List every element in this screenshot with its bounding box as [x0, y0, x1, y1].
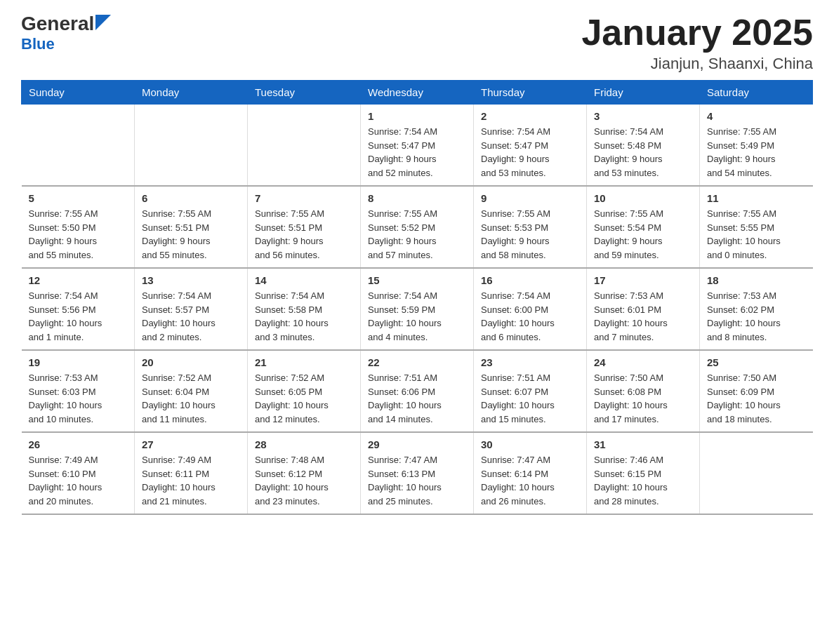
day-number: 11	[707, 192, 806, 204]
day-number: 22	[368, 356, 466, 368]
calendar-title: January 2025	[581, 14, 813, 51]
calendar-cell: 8Sunrise: 7:55 AM Sunset: 5:52 PM Daylig…	[361, 186, 474, 268]
day-number: 24	[594, 356, 692, 368]
day-info: Sunrise: 7:47 AM Sunset: 6:13 PM Dayligh…	[368, 453, 466, 508]
header-saturday: Saturday	[700, 81, 813, 105]
logo-blue: Blue	[21, 35, 55, 53]
day-info: Sunrise: 7:55 AM Sunset: 5:51 PM Dayligh…	[255, 207, 353, 262]
day-info: Sunrise: 7:55 AM Sunset: 5:53 PM Dayligh…	[481, 207, 579, 262]
calendar-cell	[135, 105, 248, 187]
day-info: Sunrise: 7:50 AM Sunset: 6:08 PM Dayligh…	[594, 371, 692, 426]
day-number: 1	[368, 110, 466, 122]
calendar-cell: 22Sunrise: 7:51 AM Sunset: 6:06 PM Dayli…	[361, 350, 474, 432]
calendar-cell: 7Sunrise: 7:55 AM Sunset: 5:51 PM Daylig…	[248, 186, 361, 268]
day-info: Sunrise: 7:54 AM Sunset: 5:47 PM Dayligh…	[368, 125, 466, 180]
day-number: 3	[594, 110, 692, 122]
logo: General Blue	[21, 14, 111, 53]
day-number: 30	[481, 438, 579, 450]
day-info: Sunrise: 7:55 AM Sunset: 5:52 PM Dayligh…	[368, 207, 466, 262]
calendar-cell: 28Sunrise: 7:48 AM Sunset: 6:12 PM Dayli…	[248, 432, 361, 514]
day-info: Sunrise: 7:54 AM Sunset: 5:59 PM Dayligh…	[368, 289, 466, 344]
calendar-cell: 3Sunrise: 7:54 AM Sunset: 5:48 PM Daylig…	[587, 105, 700, 187]
day-number: 29	[368, 438, 466, 450]
day-number: 28	[255, 438, 353, 450]
calendar-cell: 11Sunrise: 7:55 AM Sunset: 5:55 PM Dayli…	[700, 186, 813, 268]
calendar-cell: 9Sunrise: 7:55 AM Sunset: 5:53 PM Daylig…	[474, 186, 587, 268]
day-number: 5	[29, 192, 128, 204]
day-info: Sunrise: 7:55 AM Sunset: 5:49 PM Dayligh…	[707, 125, 806, 180]
week-row-4: 19Sunrise: 7:53 AM Sunset: 6:03 PM Dayli…	[22, 350, 813, 432]
header-sunday: Sunday	[22, 81, 135, 105]
day-number: 9	[481, 192, 579, 204]
week-row-5: 26Sunrise: 7:49 AM Sunset: 6:10 PM Dayli…	[22, 432, 813, 514]
calendar-cell: 30Sunrise: 7:47 AM Sunset: 6:14 PM Dayli…	[474, 432, 587, 514]
calendar-cell	[700, 432, 813, 514]
day-info: Sunrise: 7:54 AM Sunset: 5:56 PM Dayligh…	[29, 289, 128, 344]
day-info: Sunrise: 7:49 AM Sunset: 6:11 PM Dayligh…	[142, 453, 240, 508]
day-info: Sunrise: 7:54 AM Sunset: 5:47 PM Dayligh…	[481, 125, 579, 180]
header-tuesday: Tuesday	[248, 81, 361, 105]
logo-name: General	[21, 14, 94, 34]
day-info: Sunrise: 7:55 AM Sunset: 5:54 PM Dayligh…	[594, 207, 692, 262]
calendar-cell: 13Sunrise: 7:54 AM Sunset: 5:57 PM Dayli…	[135, 268, 248, 350]
calendar-header-row: SundayMondayTuesdayWednesdayThursdayFrid…	[22, 81, 813, 105]
day-info: Sunrise: 7:53 AM Sunset: 6:01 PM Dayligh…	[594, 289, 692, 344]
day-number: 25	[707, 356, 806, 368]
calendar-cell: 6Sunrise: 7:55 AM Sunset: 5:51 PM Daylig…	[135, 186, 248, 268]
day-info: Sunrise: 7:55 AM Sunset: 5:55 PM Dayligh…	[707, 207, 806, 262]
calendar-cell: 4Sunrise: 7:55 AM Sunset: 5:49 PM Daylig…	[700, 105, 813, 187]
day-number: 6	[142, 192, 240, 204]
calendar-cell: 23Sunrise: 7:51 AM Sunset: 6:07 PM Dayli…	[474, 350, 587, 432]
day-info: Sunrise: 7:54 AM Sunset: 5:48 PM Dayligh…	[594, 125, 692, 180]
day-number: 4	[707, 110, 806, 122]
calendar-cell: 10Sunrise: 7:55 AM Sunset: 5:54 PM Dayli…	[587, 186, 700, 268]
day-info: Sunrise: 7:53 AM Sunset: 6:02 PM Dayligh…	[707, 289, 806, 344]
calendar-cell: 16Sunrise: 7:54 AM Sunset: 6:00 PM Dayli…	[474, 268, 587, 350]
calendar-cell: 14Sunrise: 7:54 AM Sunset: 5:58 PM Dayli…	[248, 268, 361, 350]
day-number: 13	[142, 274, 240, 286]
day-info: Sunrise: 7:54 AM Sunset: 6:00 PM Dayligh…	[481, 289, 579, 344]
calendar-cell: 2Sunrise: 7:54 AM Sunset: 5:47 PM Daylig…	[474, 105, 587, 187]
calendar-cell: 25Sunrise: 7:50 AM Sunset: 6:09 PM Dayli…	[700, 350, 813, 432]
logo-triangle-icon	[95, 15, 111, 30]
calendar-cell: 24Sunrise: 7:50 AM Sunset: 6:08 PM Dayli…	[587, 350, 700, 432]
day-number: 31	[594, 438, 692, 450]
day-info: Sunrise: 7:50 AM Sunset: 6:09 PM Dayligh…	[707, 371, 806, 426]
week-row-3: 12Sunrise: 7:54 AM Sunset: 5:56 PM Dayli…	[22, 268, 813, 350]
day-number: 17	[594, 274, 692, 286]
week-row-1: 1Sunrise: 7:54 AM Sunset: 5:47 PM Daylig…	[22, 105, 813, 187]
svg-marker-0	[95, 15, 111, 30]
day-number: 7	[255, 192, 353, 204]
day-info: Sunrise: 7:54 AM Sunset: 5:57 PM Dayligh…	[142, 289, 240, 344]
page-header: General Blue January 2025 Jianjun, Shaan…	[21, 14, 813, 73]
calendar-cell: 5Sunrise: 7:55 AM Sunset: 5:50 PM Daylig…	[22, 186, 135, 268]
day-info: Sunrise: 7:46 AM Sunset: 6:15 PM Dayligh…	[594, 453, 692, 508]
day-info: Sunrise: 7:51 AM Sunset: 6:06 PM Dayligh…	[368, 371, 466, 426]
day-number: 21	[255, 356, 353, 368]
day-info: Sunrise: 7:53 AM Sunset: 6:03 PM Dayligh…	[29, 371, 128, 426]
day-info: Sunrise: 7:48 AM Sunset: 6:12 PM Dayligh…	[255, 453, 353, 508]
week-row-2: 5Sunrise: 7:55 AM Sunset: 5:50 PM Daylig…	[22, 186, 813, 268]
calendar-cell	[248, 105, 361, 187]
day-number: 15	[368, 274, 466, 286]
day-info: Sunrise: 7:52 AM Sunset: 6:04 PM Dayligh…	[142, 371, 240, 426]
calendar-cell: 19Sunrise: 7:53 AM Sunset: 6:03 PM Dayli…	[22, 350, 135, 432]
calendar-cell	[22, 105, 135, 187]
calendar-cell: 26Sunrise: 7:49 AM Sunset: 6:10 PM Dayli…	[22, 432, 135, 514]
calendar-subtitle: Jianjun, Shaanxi, China	[581, 55, 813, 73]
day-info: Sunrise: 7:47 AM Sunset: 6:14 PM Dayligh…	[481, 453, 579, 508]
day-info: Sunrise: 7:55 AM Sunset: 5:51 PM Dayligh…	[142, 207, 240, 262]
header-wednesday: Wednesday	[361, 81, 474, 105]
day-number: 14	[255, 274, 353, 286]
day-info: Sunrise: 7:49 AM Sunset: 6:10 PM Dayligh…	[29, 453, 128, 508]
header-monday: Monday	[135, 81, 248, 105]
day-number: 8	[368, 192, 466, 204]
day-info: Sunrise: 7:55 AM Sunset: 5:50 PM Dayligh…	[29, 207, 128, 262]
calendar-cell: 20Sunrise: 7:52 AM Sunset: 6:04 PM Dayli…	[135, 350, 248, 432]
calendar-cell: 21Sunrise: 7:52 AM Sunset: 6:05 PM Dayli…	[248, 350, 361, 432]
calendar-cell: 29Sunrise: 7:47 AM Sunset: 6:13 PM Dayli…	[361, 432, 474, 514]
day-number: 19	[29, 356, 128, 368]
day-info: Sunrise: 7:51 AM Sunset: 6:07 PM Dayligh…	[481, 371, 579, 426]
day-number: 23	[481, 356, 579, 368]
day-info: Sunrise: 7:54 AM Sunset: 5:58 PM Dayligh…	[255, 289, 353, 344]
